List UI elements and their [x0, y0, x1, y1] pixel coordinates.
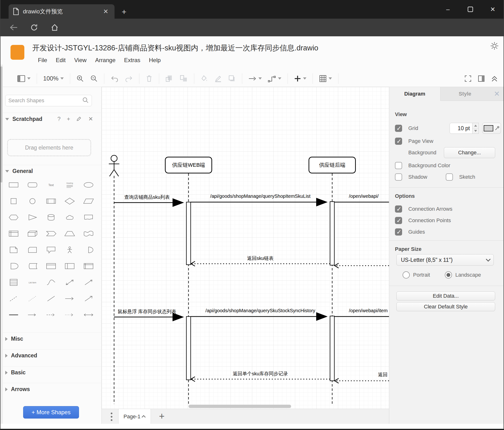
- shape-arrow-edge[interactable]: [25, 310, 40, 320]
- pages-menu-icon[interactable]: [108, 411, 115, 422]
- section-general[interactable]: General: [0, 165, 102, 177]
- shape-cylinder[interactable]: [44, 212, 59, 223]
- shape-dashed-arrow-edge[interactable]: [44, 310, 59, 320]
- menu-help[interactable]: Help: [149, 57, 161, 64]
- shape-text[interactable]: Text: [44, 180, 59, 190]
- home-icon[interactable]: [48, 21, 62, 34]
- scratchpad-header[interactable]: Scratchpad ? + ✕: [0, 113, 102, 125]
- scratchpad-edit-icon[interactable]: [76, 116, 82, 123]
- edit-data-button[interactable]: Edit Data...: [396, 291, 495, 300]
- shape-hexagon[interactable]: [6, 212, 21, 223]
- shape-bidirectional-arrow[interactable]: [62, 277, 77, 288]
- search-icon[interactable]: [82, 97, 89, 104]
- table-dropdown[interactable]: [319, 75, 332, 82]
- scratchpad-drop-area[interactable]: Drag elements here: [7, 139, 91, 156]
- shape-list[interactable]: [6, 277, 21, 288]
- sketch-checkbox[interactable]: [446, 173, 453, 181]
- page-tab[interactable]: Page-1: [118, 409, 151, 424]
- view-panels-button[interactable]: [17, 75, 31, 82]
- zoom-dropdown[interactable]: 100%: [43, 75, 64, 82]
- shape-directional-connector[interactable]: [62, 293, 77, 304]
- message-label[interactable]: /open/webapi/: [349, 194, 379, 199]
- redo-button[interactable]: [125, 75, 133, 82]
- message-label[interactable]: 返回单个sku库存同步记录: [191, 371, 330, 377]
- shape-square[interactable]: [6, 196, 21, 206]
- shape-data-storage[interactable]: [25, 261, 40, 271]
- scratchpad-add-icon[interactable]: +: [67, 116, 70, 123]
- section-advanced[interactable]: Advanced: [0, 349, 102, 362]
- scratchpad-close-icon[interactable]: ✕: [88, 116, 93, 123]
- back-icon[interactable]: [7, 21, 20, 34]
- diagram-canvas[interactable]: 供应链WEB端 供应链后端 查询店铺商品sku列表 /api/goods/sho…: [102, 87, 389, 409]
- to-front-button[interactable]: [165, 75, 173, 82]
- background-change-button[interactable]: Change...: [444, 147, 495, 158]
- background-color-checkbox[interactable]: [395, 162, 402, 169]
- shape-curve[interactable]: [44, 277, 59, 288]
- shape-simple-arrow[interactable]: [81, 293, 96, 304]
- tab-diagram[interactable]: Diagram: [389, 87, 441, 101]
- shape-cube[interactable]: [25, 228, 40, 239]
- shape-diamond[interactable]: [62, 196, 77, 206]
- shape-tape[interactable]: [81, 228, 96, 239]
- window-close-icon[interactable]: ✕: [482, 0, 504, 19]
- shape-rounded-rectangle[interactable]: [25, 180, 40, 190]
- shape-bidirectional-edge[interactable]: [81, 310, 96, 320]
- connection-arrows-checkbox[interactable]: [395, 206, 402, 213]
- search-input[interactable]: [8, 97, 82, 104]
- zoom-out-button[interactable]: [90, 75, 98, 82]
- shape-rectangle[interactable]: [6, 180, 21, 190]
- message-label[interactable]: /api/goods/shopManage/querySkuStockSyncH…: [191, 308, 330, 313]
- add-page-button[interactable]: +: [156, 411, 168, 422]
- shape-dashed-line[interactable]: [6, 293, 21, 304]
- shape-triangle[interactable]: [25, 212, 40, 223]
- shape-parallelogram[interactable]: [81, 196, 96, 206]
- lifeline-backend[interactable]: 供应链后端: [309, 157, 356, 173]
- new-tab-button[interactable]: +: [122, 7, 126, 17]
- more-shapes-button[interactable]: + More Shapes: [23, 406, 79, 419]
- menu-view[interactable]: View: [74, 57, 87, 64]
- scratchpad-help-icon[interactable]: ?: [57, 116, 61, 123]
- shape-heading[interactable]: Heading: [62, 180, 77, 190]
- portrait-radio[interactable]: [403, 271, 410, 279]
- shape-trapezoid[interactable]: [62, 228, 77, 239]
- panel-close-icon[interactable]: ✕: [494, 90, 500, 98]
- lifeline-web[interactable]: 供应链WEB端: [165, 157, 212, 173]
- message-label[interactable]: /api/goods/shopManage/queryShopItemSkuLi…: [191, 194, 330, 199]
- shape-circle[interactable]: [25, 196, 40, 206]
- shape-line[interactable]: [44, 293, 59, 304]
- browser-tab[interactable]: drawio文件预览 ✕: [9, 4, 115, 19]
- zoom-in-button[interactable]: [76, 75, 84, 82]
- shape-horizontal-container[interactable]: [81, 261, 96, 271]
- format-panel-toggle-button[interactable]: [478, 75, 485, 82]
- section-arrows[interactable]: Arrows: [0, 383, 102, 395]
- menu-file[interactable]: File: [38, 57, 47, 64]
- shape-ellipse[interactable]: [81, 180, 96, 190]
- grid-size-stepper[interactable]: [472, 123, 479, 134]
- canvas-horizontal-scrollbar[interactable]: [189, 405, 291, 408]
- grid-size-input[interactable]: [450, 123, 472, 134]
- collapse-toolbar-button[interactable]: [491, 75, 498, 82]
- theme-sun-icon[interactable]: [490, 42, 499, 51]
- landscape-radio[interactable]: [445, 271, 452, 279]
- shape-search-box[interactable]: [5, 95, 92, 106]
- shape-card[interactable]: [25, 245, 40, 255]
- connection-points-checkbox[interactable]: [395, 217, 402, 224]
- message-label[interactable]: 鼠标悬浮 库存同步状态列表: [109, 308, 185, 315]
- message-label[interactable]: 返回sku链表: [191, 255, 330, 262]
- page-scrollbar[interactable]: [0, 65, 3, 429]
- tab-style[interactable]: Style: [441, 87, 489, 101]
- shape-list-item[interactable]: List Item: [25, 277, 40, 288]
- shape-arrow[interactable]: [81, 277, 96, 288]
- shape-internal-storage[interactable]: [6, 228, 21, 239]
- shape-process[interactable]: [44, 196, 59, 206]
- shape-and[interactable]: [6, 261, 21, 271]
- section-basic[interactable]: Basic: [0, 366, 102, 379]
- paper-size-select[interactable]: US-Letter (8,5" x 11"): [396, 254, 494, 266]
- shape-note[interactable]: [6, 245, 21, 255]
- waypoint-style-dropdown[interactable]: [268, 75, 281, 82]
- shape-link[interactable]: [6, 310, 21, 320]
- shape-step[interactable]: [44, 228, 59, 239]
- shape-document[interactable]: [81, 212, 96, 223]
- clear-default-style-button[interactable]: Clear Default Style: [396, 302, 495, 311]
- shape-callout[interactable]: [44, 245, 59, 255]
